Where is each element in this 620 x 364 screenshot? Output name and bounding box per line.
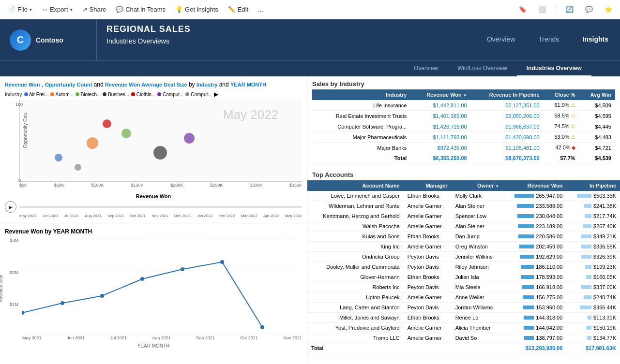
account-name: Roberts Inc bbox=[307, 282, 404, 292]
industry-name: Major Pharmaceuticals bbox=[312, 132, 410, 143]
avg-win-cell: $4,445 bbox=[579, 121, 615, 132]
timeline-bar[interactable] bbox=[19, 206, 302, 208]
account-name: Dooley, Muller and Cummerata bbox=[307, 262, 404, 272]
sales-by-industry-table: Industry Revenue Won ▼ Revenue In Pipeli… bbox=[312, 89, 615, 163]
sub-tab-overview[interactable]: Overview bbox=[404, 61, 448, 76]
sub-tabs: Overview Win/Loss Overview Industries Ov… bbox=[404, 61, 591, 76]
revenue-cell: 202.459.00 bbox=[503, 242, 566, 252]
file-menu[interactable]: 📄 File ▾ bbox=[4, 4, 36, 15]
owner-cell: Riley Johnson bbox=[452, 262, 503, 272]
get-insights-button[interactable]: 💡 Get insights bbox=[171, 4, 222, 15]
pipeline-cell-acc: $134.77K bbox=[566, 333, 620, 343]
col-owner[interactable]: Owner ▼ bbox=[452, 180, 503, 191]
chart-title: Revenue Won , Opportunity Count and Reve… bbox=[5, 81, 302, 88]
toolbar-divider bbox=[556, 5, 556, 15]
filter-dot-bio[interactable]: Biotech... bbox=[76, 92, 101, 97]
right-panel: Sales by Industry Industry Revenue Won ▼… bbox=[307, 76, 620, 364]
edit-icon: ✏️ bbox=[228, 6, 236, 13]
revenue-cell: 192.629.00 bbox=[503, 252, 566, 262]
play-row: ▶ bbox=[5, 201, 302, 213]
scatter-svg: May 2022 bbox=[19, 100, 302, 182]
owner-cell: David So bbox=[452, 333, 503, 343]
left-panel: Revenue Won , Opportunity Count and Reve… bbox=[0, 76, 307, 364]
nav-overview[interactable]: Overview bbox=[475, 19, 527, 60]
svg-point-7 bbox=[103, 119, 111, 128]
title-opp-count[interactable]: Opportunity Count bbox=[45, 82, 92, 87]
scatter-chart-section: Revenue Won , Opportunity Count and Reve… bbox=[0, 76, 307, 223]
account-name: Miller, Jones and Sawayn bbox=[307, 313, 404, 323]
edit-button[interactable]: ✏️ Edit bbox=[224, 4, 252, 15]
play-button[interactable]: ▶ bbox=[5, 201, 16, 213]
filter-dot-bus[interactable]: Busines... bbox=[103, 92, 129, 97]
title-industry[interactable]: Industry bbox=[197, 82, 217, 87]
col-revenue-won[interactable]: Revenue Won ▼ bbox=[410, 89, 470, 100]
col-rev-won: Revenue Won bbox=[503, 180, 566, 191]
filter-dot-auto[interactable]: Autom... bbox=[50, 92, 73, 97]
owner-cell: Alicia Thomber bbox=[452, 323, 503, 333]
sub-tab-industries[interactable]: Industries Overview bbox=[517, 61, 591, 76]
nav-trends[interactable]: Trends bbox=[527, 19, 571, 60]
filter-dot-cloth[interactable]: Clothin... bbox=[131, 92, 155, 97]
filter-dot-comp2[interactable]: Comput... bbox=[185, 92, 212, 97]
chat-teams-button[interactable]: 💬 Chat in Teams bbox=[112, 4, 169, 15]
owner-cell: Spencer Low bbox=[452, 211, 503, 221]
sales-by-industry-title: Sales by Industry bbox=[307, 76, 620, 89]
comment-button[interactable]: 💬 bbox=[581, 4, 597, 15]
manager-cell: Amelie Garner bbox=[404, 201, 452, 211]
export-menu[interactable]: ↔ Export ▾ bbox=[38, 4, 76, 15]
refresh-button[interactable]: 🔄 bbox=[562, 4, 577, 15]
industry-filters: Industry Air Frei... Autom... Biotech...… bbox=[5, 91, 302, 98]
col-pipeline: Revenue In Pipeline bbox=[471, 89, 544, 100]
timeline-labels: May 2021 Jun 2021 Jul 2021 Aug 2021 Sep … bbox=[19, 214, 302, 218]
company-logo: C bbox=[10, 29, 31, 51]
x-axis-labels: $0K $50K $100K $150K $200K $250K $300K $… bbox=[19, 183, 302, 188]
svg-point-3 bbox=[55, 154, 62, 161]
close-pct-cell: 61.9%⚠ bbox=[544, 100, 579, 111]
nav-insights[interactable]: Insights bbox=[571, 19, 620, 60]
manager-cell: Ethan Brooks bbox=[404, 272, 452, 282]
revenue-cell: 156.275.00 bbox=[503, 292, 566, 303]
account-name: Kertzmann, Herzog and Gerhold bbox=[307, 211, 404, 221]
filter-dot-comp1[interactable]: Comput... bbox=[157, 92, 183, 97]
owner-cell: Jennifer Wilkins bbox=[452, 252, 503, 262]
share-button[interactable]: ↗ Share bbox=[78, 4, 110, 15]
insights-icon: 💡 bbox=[175, 6, 183, 13]
more-button[interactable]: ... bbox=[254, 4, 267, 15]
revenue-cell: 230.048.00 bbox=[503, 211, 566, 221]
col-account-name[interactable]: Account Name bbox=[307, 180, 404, 191]
line-chart-y-title: Revenue Won bbox=[0, 275, 3, 303]
revenue-won-cell: $6,355,250.00 bbox=[410, 153, 470, 163]
sub-tab-winloss[interactable]: Win/Loss Overview bbox=[448, 61, 517, 76]
star-button[interactable]: ⭐ bbox=[601, 4, 616, 15]
title-year-month[interactable]: YEAR MONTH bbox=[230, 82, 266, 87]
revenue-won-cell: $972,436.00 bbox=[410, 143, 470, 153]
total-revenue: $13,293,935.00 bbox=[503, 343, 566, 353]
scatter-chart: Opportunity Cou... 100 0 May 2022 bbox=[19, 100, 302, 191]
view-button[interactable]: ⬜ bbox=[534, 4, 550, 15]
chevron-down-icon: ▾ bbox=[30, 7, 32, 12]
pipeline-cell: $2,127,351.00 bbox=[471, 100, 544, 111]
manager-cell: Amelie Garner bbox=[404, 211, 452, 221]
revenue-cell: 153.960.00 bbox=[503, 303, 566, 313]
svg-text:May 2022: May 2022 bbox=[223, 107, 278, 122]
title-avg-deal[interactable]: Revenue Won Average Deal Size bbox=[105, 82, 187, 87]
filter-dot-air[interactable]: Air Frei... bbox=[24, 92, 49, 97]
chevron-down-icon: ▾ bbox=[70, 7, 73, 12]
export-icon: ↔ bbox=[42, 6, 48, 13]
pipeline-cell-acc: $336.55K bbox=[566, 242, 620, 252]
owner-cell: Dan Jump bbox=[452, 232, 503, 242]
company-name: Contoso bbox=[36, 36, 63, 44]
owner-cell: Julian Isla bbox=[452, 272, 503, 282]
accounts-table-wrap[interactable]: Account Name Manager Owner ▼ Revenue Won… bbox=[307, 180, 620, 364]
avg-win-cell: $4,721 bbox=[579, 143, 615, 153]
x-axis-title: Revenue Won bbox=[5, 193, 302, 199]
revenue-cell: 233.588.00 bbox=[503, 201, 566, 211]
manager-cell: Amelie Garner bbox=[404, 333, 452, 343]
header-titles: REGIONAL SALES Industries Overviews bbox=[97, 19, 475, 60]
bookmark-button[interactable]: 🔖 bbox=[515, 4, 530, 15]
filter-expand-icon[interactable]: ▶ bbox=[214, 91, 218, 98]
col-close-pct: Close % bbox=[544, 89, 579, 100]
title-revenue-won[interactable]: Revenue Won bbox=[5, 82, 40, 87]
industry-name: Computer Software: Progra... bbox=[312, 121, 410, 132]
manager-cell: Ethan Brooks bbox=[404, 191, 452, 201]
